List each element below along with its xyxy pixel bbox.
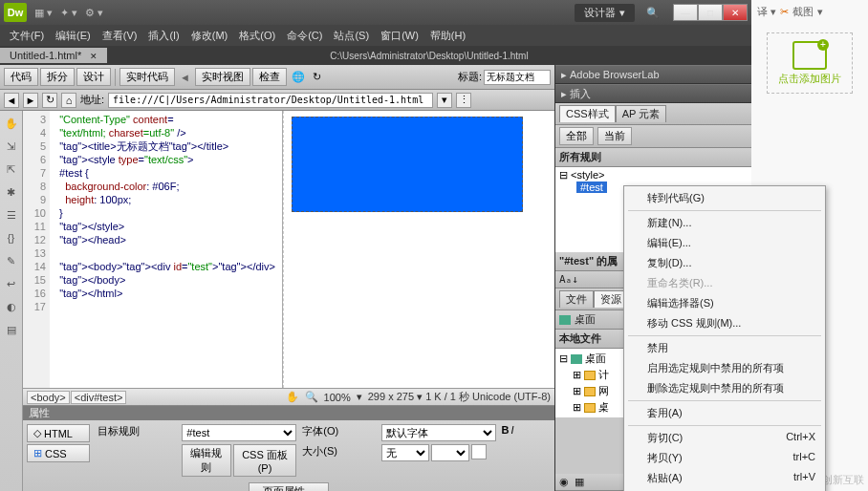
tool-expand-icon[interactable]: ⇱ (3, 160, 20, 178)
live-view-button[interactable]: 实时视图 (195, 68, 250, 86)
css-styles-tab[interactable]: CSS样式 (559, 105, 616, 122)
screenshot-button[interactable]: 截图 (792, 5, 814, 19)
ap-elements-tab[interactable]: AP 元素 (616, 105, 667, 122)
address-options-icon[interactable]: ⋮ (456, 93, 471, 108)
menu-item[interactable]: 文件(F) (4, 27, 50, 45)
context-menu-item[interactable]: 剪切(C)Ctrl+X (624, 428, 825, 448)
page-properties-button[interactable]: 页面属性... (249, 482, 328, 491)
workspace-switcher[interactable]: 设计器 ▾ (575, 4, 635, 22)
size-unit-select[interactable] (431, 444, 469, 461)
translate-button[interactable]: 译 ▾ (757, 5, 776, 19)
files-tab[interactable]: 文件 (559, 290, 594, 308)
context-menu-item[interactable]: 复制(D)... (624, 253, 825, 273)
chevron-down-icon[interactable]: ▾ (817, 6, 823, 18)
tool-line-icon[interactable]: ☰ (3, 206, 20, 224)
context-menu-item[interactable]: 拷贝(Y)trl+C (624, 448, 825, 468)
context-menu-item[interactable]: 编辑(E)... (624, 233, 825, 253)
maximize-button[interactable]: □ (698, 4, 723, 21)
config-icon[interactable]: ⚙ ▾ (85, 7, 103, 19)
tool-balance-icon[interactable]: ✱ (3, 183, 20, 201)
extend-icon[interactable]: ✦ ▾ (60, 7, 77, 19)
tool-format-icon[interactable]: {} (3, 229, 20, 246)
target-rule-select[interactable]: #test (182, 424, 296, 441)
css-mode-button[interactable]: ⊞CSS (27, 444, 90, 462)
tool-comment-icon[interactable]: ✎ (3, 252, 20, 269)
tool-collapse-icon[interactable]: ⇲ (3, 138, 20, 155)
address-input[interactable] (108, 93, 433, 108)
menu-item[interactable]: 编辑(E) (50, 27, 97, 45)
layout-icon[interactable]: ▦ ▾ (34, 7, 53, 19)
title-input[interactable] (484, 70, 551, 85)
context-menu-item[interactable]: 移动 CSS 规则(M)... (624, 313, 825, 333)
globe-icon[interactable]: 🌐 (289, 71, 308, 83)
insert-panel-header[interactable]: ▸插入 (555, 84, 751, 103)
chevron-down-icon[interactable]: ▾ (357, 391, 362, 403)
minimize-button[interactable]: — (673, 4, 698, 21)
refresh-icon[interactable]: ↻ (310, 71, 324, 83)
nav-back-icon[interactable]: ◄ (4, 93, 19, 108)
html-mode-button[interactable]: ◇HTML (27, 424, 90, 442)
nav-fwd-icon[interactable]: ► (23, 93, 38, 108)
context-menu-item[interactable]: 套用(A) (624, 403, 825, 423)
tool-highlight-icon[interactable]: ◐ (3, 298, 20, 315)
menu-item[interactable]: 修改(M) (185, 27, 234, 45)
properties-header[interactable]: 属性 (23, 406, 554, 420)
menu-item[interactable]: 帮助(H) (424, 27, 471, 45)
ftp-icon[interactable]: ▦ (575, 476, 584, 488)
live-code-button[interactable]: 实时代码 (119, 68, 175, 86)
menu-item[interactable]: 命令(C) (281, 27, 328, 45)
menu-item[interactable]: 站点(S) (328, 27, 375, 45)
code-editor[interactable]: 34567891011121314151617 "Content-Type" c… (23, 111, 283, 388)
address-menu-icon[interactable]: ▾ (437, 93, 452, 108)
tool-wrap-icon[interactable]: ↩ (3, 275, 20, 292)
menu-item[interactable]: 格式(O) (233, 27, 281, 45)
add-image-placeholder[interactable]: 点击添加图片 (767, 32, 853, 94)
tool-snippet-icon[interactable]: ▤ (3, 321, 20, 338)
css-all-button[interactable]: 全部 (559, 127, 594, 145)
bold-button[interactable]: B (502, 424, 510, 441)
font-select[interactable]: 默认字体 (381, 424, 496, 441)
css-context-menu[interactable]: 转到代码(G)新建(N)...编辑(E)...复制(D)...重命名类(R)..… (623, 185, 826, 491)
css-panel-button[interactable]: CSS 面板(P) (233, 444, 297, 477)
context-menu-item[interactable]: 删除选定规则中禁用的所有项 (624, 378, 825, 398)
context-menu-item[interactable]: 转到代码(G) (624, 188, 825, 208)
refresh-icon[interactable]: ↻ (42, 93, 57, 108)
menu-item[interactable]: 窗口(W) (375, 27, 424, 45)
log-icon[interactable]: ◉ (559, 476, 569, 488)
color-swatch[interactable] (471, 444, 487, 459)
back-icon[interactable]: ◄ (177, 72, 193, 83)
context-menu-item[interactable]: 禁用 (624, 338, 825, 358)
inspect-button[interactable]: 检查 (252, 68, 287, 86)
site-select[interactable]: 桌面 (575, 312, 596, 327)
context-menu-item[interactable]: 编辑选择器(S) (624, 293, 825, 313)
size-select[interactable]: 无 (381, 444, 429, 461)
hand-tool-icon[interactable]: ✋ (286, 391, 299, 403)
document-tab[interactable]: Untitled-1.html* ✕ (0, 48, 107, 63)
design-canvas[interactable] (283, 111, 554, 388)
context-menu-item[interactable]: 粘贴(A)trl+V (624, 468, 825, 488)
rule-test[interactable]: #test (576, 181, 607, 193)
css-current-button[interactable]: 当前 (597, 127, 632, 145)
div-test-element[interactable] (292, 117, 523, 212)
browserlab-panel-header[interactable]: ▸Adobe BrowserLab (555, 65, 751, 84)
home-icon[interactable]: ⌂ (61, 93, 76, 108)
search-icon[interactable]: 🔍 (640, 7, 665, 19)
menu-item[interactable]: 查看(V) (97, 27, 143, 45)
zoom-value[interactable]: 100% (324, 392, 351, 403)
tag-selector[interactable]: <body><div#test> (27, 392, 127, 403)
zoom-tool-icon[interactable]: 🔍 (305, 391, 318, 403)
format-icons[interactable]: Aₐ↓ (559, 273, 578, 286)
menu-item[interactable]: 插入(I) (142, 27, 184, 45)
tag-body[interactable]: <body> (27, 391, 70, 404)
design-view-button[interactable]: 设计 (76, 68, 111, 86)
tag-div-test[interactable]: <div#test> (71, 391, 127, 404)
code-view-button[interactable]: 代码 (4, 68, 38, 86)
context-menu-item[interactable]: 新建(N)... (624, 213, 825, 233)
edit-rule-button[interactable]: 编辑规则 (182, 444, 230, 477)
tool-hand-icon[interactable]: ✋ (3, 115, 20, 132)
italic-button[interactable]: I (511, 424, 514, 441)
close-tab-icon[interactable]: ✕ (90, 52, 98, 61)
split-view-button[interactable]: 拆分 (40, 68, 75, 86)
context-menu-item[interactable]: 启用选定规则中禁用的所有项 (624, 358, 825, 378)
close-button[interactable]: ✕ (723, 4, 748, 21)
